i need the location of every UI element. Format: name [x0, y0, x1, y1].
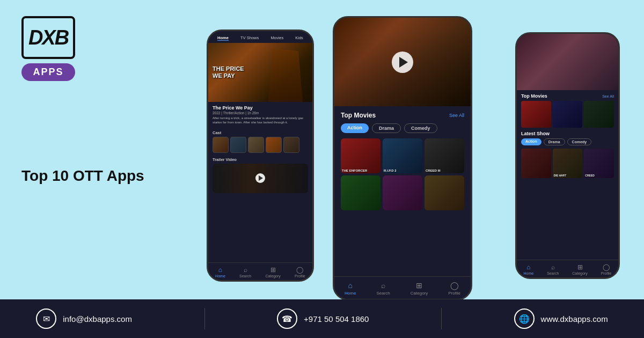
- top-movies-header: Top Movies See All: [341, 112, 464, 119]
- center-hero: [334, 18, 471, 106]
- movie-label-2: R.I.P.D 2: [384, 169, 397, 172]
- right-movie-1[interactable]: [521, 101, 551, 128]
- center-profile-icon: ◯: [450, 281, 459, 290]
- apps-badge: APPS: [21, 63, 75, 81]
- trailer-label: Trailer Video: [213, 157, 308, 162]
- top-movies-title: Top Movies: [341, 112, 376, 119]
- nav-kids[interactable]: Kids: [295, 35, 303, 41]
- movie-grid: The Enforcer R.I.P.D 2 CREED III: [341, 138, 464, 210]
- right-content: Top Movies See All Latest Show Action Dr…: [517, 90, 618, 181]
- filter-tabs: Action Drama Comedy: [341, 123, 464, 133]
- cast-section: Cast: [208, 128, 312, 155]
- phone-center: Top Movies See All Action Drama Comedy T…: [333, 16, 472, 300]
- footer-divider-1: [204, 308, 205, 329]
- movie-card-3[interactable]: CREED III: [425, 138, 464, 173]
- center-play-button[interactable]: [392, 52, 413, 73]
- right-show-1[interactable]: [521, 149, 551, 178]
- right-hero: [517, 34, 618, 90]
- logo-area: DXB APPS: [21, 16, 75, 81]
- movie-card-4[interactable]: [341, 175, 380, 210]
- center-nav-profile[interactable]: ◯ Profile: [448, 281, 460, 296]
- logo-box: DXB: [21, 16, 75, 59]
- right-top-movies-title: Top Movies: [521, 93, 547, 99]
- right-show-3[interactable]: CREED: [584, 149, 614, 178]
- filter-comedy[interactable]: Comedy: [404, 123, 437, 133]
- right-filter-action[interactable]: Action: [521, 138, 541, 145]
- center-category-label: Category: [411, 291, 428, 296]
- center-search-icon: ⌕: [381, 281, 385, 290]
- right-movie-2[interactable]: [553, 101, 583, 128]
- right-nav-category[interactable]: ⊞ Category: [572, 263, 587, 275]
- movie-title: The Price We Pay: [213, 105, 308, 111]
- right-filter-drama[interactable]: Drama: [544, 138, 565, 145]
- right-filter-tabs: Action Drama Comedy: [521, 138, 614, 145]
- footer-phone-item: ☎ +971 50 504 1860: [277, 308, 369, 329]
- email-icon: ✉: [36, 308, 56, 329]
- right-show-grid: DIE HART CREED: [521, 149, 614, 178]
- nav-category-bottom[interactable]: ⊞ Category: [265, 266, 280, 278]
- nav-search-bottom[interactable]: ⌕ Search: [239, 266, 251, 278]
- right-filter-comedy[interactable]: Comedy: [567, 138, 592, 145]
- right-nav-home[interactable]: ⌂ Home: [523, 263, 533, 275]
- see-all-link[interactable]: See All: [449, 113, 464, 118]
- home-icon: ⌂: [218, 266, 222, 274]
- search-label: Search: [239, 274, 251, 278]
- center-home-icon: ⌂: [348, 281, 352, 290]
- logo-text: DXB: [28, 26, 68, 49]
- footer: ✉ info@dxbapps.com ☎ +971 50 504 1860 🌐 …: [0, 299, 644, 338]
- movie-info: The Price We Pay 2022 | Thriller/Action …: [208, 102, 312, 128]
- right-see-all[interactable]: See All: [602, 94, 614, 98]
- nav-home-bottom[interactable]: ⌂ Home: [215, 266, 225, 278]
- movie-label-1: The Enforcer: [342, 169, 367, 172]
- right-profile-icon: ◯: [603, 263, 610, 271]
- right-latest-show-header: Latest Show: [521, 131, 614, 136]
- nav-home[interactable]: Home: [217, 35, 229, 41]
- footer-website: www.dxbapps.com: [541, 314, 608, 324]
- right-search-icon: ⌕: [551, 263, 555, 271]
- right-nav-search[interactable]: ⌕ Search: [547, 263, 559, 275]
- center-profile-label: Profile: [448, 291, 460, 296]
- filter-drama[interactable]: Drama: [372, 123, 401, 133]
- hero-figure: [264, 48, 307, 102]
- movie-card-6[interactable]: [425, 175, 464, 210]
- tagline: Top 10 OTT Apps: [21, 166, 144, 186]
- center-home-label: Home: [345, 291, 356, 296]
- phone-left: Home TV Shows Movies Kids THE PRICE WE P…: [207, 30, 314, 282]
- center-nav-search[interactable]: ⌕ Search: [376, 281, 390, 296]
- center-nav-home[interactable]: ⌂ Home: [345, 281, 356, 296]
- right-category-icon: ⊞: [577, 263, 583, 271]
- phone-icon: ☎: [277, 308, 297, 329]
- movie-card-1[interactable]: The Enforcer: [341, 138, 380, 173]
- nav-movies[interactable]: Movies: [270, 35, 283, 41]
- footer-website-item: 🌐 www.dxbapps.com: [514, 308, 608, 329]
- show-label-3: CREED: [585, 174, 595, 177]
- right-show-2[interactable]: DIE HART: [553, 149, 583, 178]
- trailer-box[interactable]: [213, 164, 308, 193]
- filter-action[interactable]: Action: [341, 123, 369, 133]
- right-category-label: Category: [572, 271, 587, 275]
- hero-title-line2: WE PAY: [213, 72, 244, 79]
- search-icon: ⌕: [244, 266, 247, 274]
- right-search-label: Search: [547, 271, 559, 275]
- movie-desc: After turning a trick, a streetwalker is…: [213, 116, 308, 125]
- show-label-2: DIE HART: [554, 174, 567, 177]
- right-movie-3[interactable]: [584, 101, 614, 128]
- right-profile-label: Profile: [601, 271, 612, 275]
- center-nav-category[interactable]: ⊞ Category: [411, 281, 428, 296]
- hero-title-line1: THE PRICE: [213, 65, 244, 72]
- phone-left-nav: Home TV Shows Movies Kids: [208, 31, 312, 43]
- category-label: Category: [265, 274, 280, 278]
- globe-icon: 🌐: [514, 308, 535, 329]
- cast-thumb-3: [248, 137, 264, 153]
- movie-card-2[interactable]: R.I.P.D 2: [383, 138, 422, 173]
- apps-badge-text: APPS: [33, 67, 63, 77]
- nav-tv-shows[interactable]: TV Shows: [240, 35, 259, 41]
- cast-thumb-5: [283, 137, 299, 153]
- category-icon: ⊞: [270, 266, 276, 274]
- right-latest-show-title: Latest Show: [521, 131, 550, 136]
- center-bottom-nav: ⌂ Home ⌕ Search ⊞ Category ◯ Profile: [334, 276, 471, 299]
- movie-card-5[interactable]: [383, 175, 422, 210]
- right-nav-profile[interactable]: ◯ Profile: [601, 263, 612, 275]
- nav-profile-bottom[interactable]: ◯ Profile: [295, 266, 305, 278]
- center-search-label: Search: [376, 291, 390, 296]
